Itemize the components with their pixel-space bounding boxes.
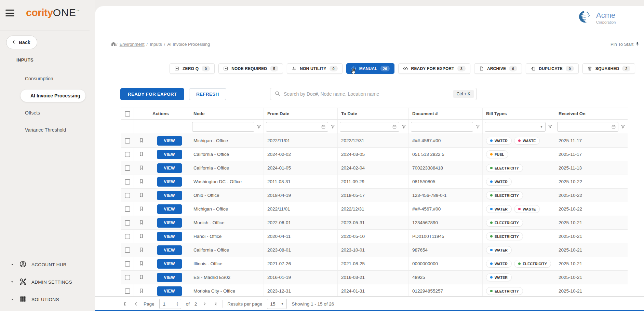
bill-types-filter-select[interactable]: ▼ [485, 122, 546, 132]
row-checkbox[interactable] [125, 220, 130, 226]
node-filter-input[interactable] [192, 122, 254, 132]
bookmark-column-header [134, 108, 149, 119]
filter-funnel-icon[interactable] [401, 124, 406, 129]
hash-grid-icon [292, 66, 297, 71]
row-checkbox[interactable] [125, 234, 130, 239]
bookmark-icon[interactable] [139, 246, 144, 254]
bookmark-icon[interactable] [139, 137, 144, 145]
bookmark-icon[interactable] [139, 287, 144, 295]
view-button[interactable]: VIEW [157, 232, 182, 241]
sidebar-item-solutions[interactable]: SOLUTIONS [0, 291, 95, 308]
row-checkbox[interactable] [125, 247, 130, 253]
pin-to-start-button[interactable]: Pin To Start [611, 41, 640, 47]
tab-duplicate[interactable]: DUPLICATE0 [526, 63, 579, 74]
view-button[interactable]: VIEW [157, 204, 182, 214]
col-header-from-date[interactable]: From Date [264, 108, 338, 119]
row-checkbox[interactable] [125, 179, 130, 185]
view-button[interactable]: VIEW [157, 150, 182, 159]
bookmark-icon[interactable] [139, 260, 144, 268]
view-button[interactable]: VIEW [157, 259, 182, 269]
from-date-filter-input[interactable] [266, 122, 328, 132]
sidebar-item-admin-settings[interactable]: ADMIN SETTINGS [0, 273, 95, 291]
refresh-button[interactable]: REFRESH [189, 88, 226, 100]
breadcrumb-environment[interactable]: Environment [120, 42, 145, 47]
view-button[interactable]: VIEW [157, 273, 182, 282]
bookmark-icon[interactable] [139, 151, 144, 158]
tab-non-utility[interactable]: NON UTILITY0 [287, 63, 343, 74]
row-checkbox[interactable] [125, 261, 130, 267]
tab-node-required[interactable]: NODE REQUIRED5 [218, 63, 283, 74]
to-date-filter-input[interactable] [340, 122, 399, 132]
received-on-cell: 2025-11-13 [555, 161, 628, 175]
filter-funnel-icon[interactable] [256, 124, 261, 129]
col-header-document[interactable]: Document # [409, 108, 483, 119]
page-spinner[interactable]: ▲▼ [176, 301, 181, 306]
table-filter-row: ▼ [121, 120, 628, 134]
filter-funnel-icon[interactable] [620, 124, 626, 129]
back-button[interactable]: Back [6, 36, 37, 49]
col-header-node[interactable]: Node [190, 108, 264, 119]
row-checkbox[interactable] [125, 288, 130, 294]
tab-archive[interactable]: ARCHIVE6 [474, 63, 522, 74]
view-button[interactable]: VIEW [157, 177, 182, 187]
bookmark-icon[interactable] [139, 205, 144, 213]
col-header-received-on[interactable]: Received On [555, 108, 628, 119]
row-checkbox[interactable] [125, 152, 130, 157]
bookmark-icon[interactable] [139, 178, 144, 186]
view-button[interactable]: VIEW [157, 245, 182, 255]
view-button[interactable]: VIEW [157, 136, 182, 146]
bill-type-dot [490, 249, 493, 251]
view-button[interactable]: VIEW [157, 286, 182, 296]
table-row: VIEW ES - Madrid ES02 2016-01-19 2016-03… [121, 271, 628, 284]
row-checkbox[interactable] [125, 206, 130, 212]
col-header-bill-types[interactable]: Bill Types [483, 108, 555, 119]
received-on-filter-input[interactable] [557, 122, 618, 132]
sidebar-item-variance-threshold[interactable]: Variance Threshold [0, 121, 95, 138]
alert-circle-icon [351, 66, 356, 71]
row-checkbox[interactable] [125, 165, 130, 171]
page-number-input[interactable] [160, 301, 173, 307]
bookmark-icon[interactable] [139, 164, 144, 172]
count-badge: 26 [380, 66, 390, 71]
view-button[interactable]: VIEW [157, 218, 182, 228]
filter-funnel-icon[interactable] [548, 124, 553, 129]
tab-manual[interactable]: MANUAL26 [346, 63, 394, 74]
search-input[interactable] [284, 91, 450, 97]
sidebar-item-consumption[interactable]: Consumption [0, 70, 95, 87]
filter-funnel-icon[interactable] [475, 124, 480, 129]
bookmark-icon[interactable] [139, 274, 144, 281]
bookmark-icon[interactable] [139, 233, 144, 240]
node-cell: ES - Madrid ES02 [190, 271, 264, 284]
results-per-page-select[interactable]: 15▼ [267, 299, 287, 309]
tab-squashed[interactable]: SQUASHED2 [582, 63, 635, 74]
view-button[interactable]: VIEW [157, 191, 182, 200]
document-filter-input[interactable] [411, 122, 473, 132]
next-page-button[interactable] [202, 301, 207, 307]
sidebar-item-account-hub[interactable]: ACCOUNT HUB [0, 256, 95, 273]
menu-icon[interactable] [5, 10, 14, 16]
last-page-button[interactable] [212, 301, 217, 307]
document-cell: 700223388418 [409, 161, 483, 175]
pin-label: Pin To Start [611, 42, 633, 47]
bill-types-cell: ELECTRICITY [483, 230, 555, 243]
divider [0, 30, 90, 30]
first-page-button[interactable] [123, 301, 129, 307]
select-all-checkbox[interactable] [125, 111, 130, 117]
row-checkbox[interactable] [125, 138, 130, 144]
breadcrumb-inputs[interactable]: Inputs [150, 42, 162, 47]
bookmark-icon[interactable] [139, 192, 144, 199]
sidebar-item-ai-invoice-processing[interactable]: AI Invoice Processing [0, 87, 95, 104]
sidebar-item-offsets[interactable]: Offsets [0, 104, 95, 121]
tab-ready-for-export[interactable]: READY FOR EXPORT3 [398, 63, 470, 74]
home-icon[interactable] [111, 41, 116, 48]
caret-down-icon [10, 297, 14, 303]
row-checkbox[interactable] [125, 275, 130, 280]
filter-funnel-icon[interactable] [330, 124, 335, 129]
ready-for-export-button[interactable]: READY FOR EXPORT [120, 88, 184, 100]
tab-zero-q[interactable]: ZERO Q0 [170, 63, 215, 74]
previous-page-button[interactable] [133, 301, 139, 307]
bookmark-icon[interactable] [139, 219, 144, 227]
col-header-to-date[interactable]: To Date [338, 108, 409, 119]
view-button[interactable]: VIEW [157, 163, 182, 173]
row-checkbox[interactable] [125, 193, 130, 198]
